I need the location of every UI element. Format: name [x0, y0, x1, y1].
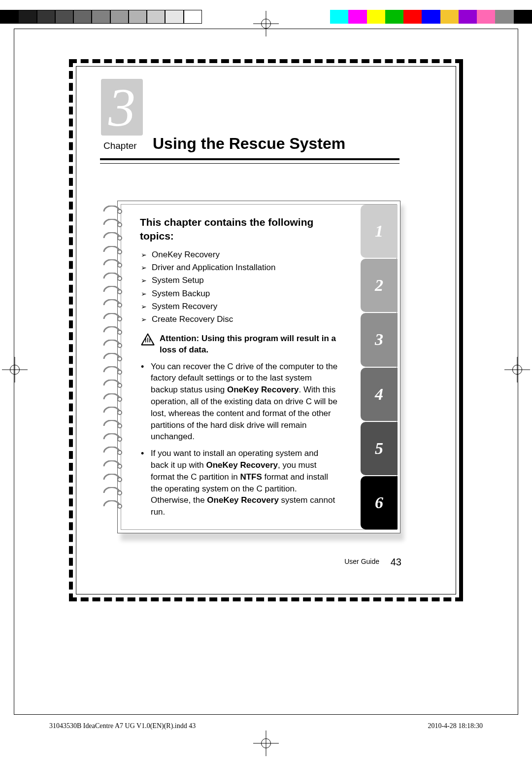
section-heading: This chapter contains the following topi…: [140, 215, 337, 244]
svg-point-13: [118, 383, 122, 387]
svg-point-5: [118, 277, 122, 280]
svg-point-4: [118, 263, 122, 267]
bullet-item: You can recover the C drive of the compu…: [141, 361, 338, 443]
chapter-tab: 1: [361, 205, 398, 258]
spiral-binding-icon: [101, 206, 131, 512]
slug-timestamp: 2010-4-28 18:18:30: [428, 722, 483, 730]
topic-item: System Backup: [141, 287, 388, 300]
slug-filename: 31043530B IdeaCentre A7 UG V1.0(EN)(R).i…: [49, 722, 196, 730]
chapter-number-box: 3: [101, 79, 143, 136]
svg-point-3: [118, 250, 122, 254]
svg-point-20: [118, 478, 122, 482]
svg-point-19: [118, 464, 122, 468]
chapter-tabs: 123456: [361, 205, 398, 529]
warning-icon: [141, 333, 155, 346]
notebook-block: This chapter contains the following topi…: [101, 201, 399, 536]
topic-list: OneKey RecoveryDriver and Application In…: [141, 248, 388, 326]
chapter-tab: 5: [361, 422, 398, 475]
svg-point-12: [118, 370, 122, 374]
svg-point-18: [118, 451, 122, 454]
chapter-tab: 3: [361, 313, 398, 366]
attention-text: Attention: Using this program will resul…: [160, 333, 338, 356]
registration-mark-icon: [256, 733, 276, 753]
heading-rule-thin: [100, 163, 399, 164]
bullet-list: You can recover the C drive of the compu…: [141, 361, 338, 518]
svg-point-0: [118, 209, 122, 213]
chapter-tab: 4: [361, 368, 398, 421]
svg-point-2: [118, 236, 122, 240]
svg-point-15: [118, 411, 122, 415]
chapter-tab: 6: [361, 476, 398, 529]
chapter-number: 3: [108, 80, 135, 135]
svg-point-11: [118, 357, 122, 361]
chapter-tab: 2: [361, 259, 398, 312]
chapter-label: Chapter: [103, 140, 137, 151]
topic-item: Create Recovery Disc: [141, 313, 388, 326]
topic-item: System Recovery: [141, 300, 388, 313]
svg-point-10: [118, 344, 122, 348]
svg-point-21: [118, 491, 122, 495]
svg-point-14: [118, 397, 122, 401]
svg-point-1: [118, 223, 122, 227]
footer-label: User Guide: [344, 557, 379, 565]
svg-point-17: [118, 437, 122, 441]
topic-item: Driver and Application Installation: [141, 261, 388, 274]
svg-point-7: [118, 303, 122, 307]
topic-item: OneKey Recovery: [141, 248, 388, 261]
bullet-item: If you want to install an operating syst…: [141, 448, 338, 518]
svg-point-8: [118, 317, 122, 321]
svg-point-9: [118, 330, 122, 334]
page-border: 3 Chapter Using the Rescue System This c…: [69, 59, 463, 601]
chapter-title: Using the Rescue System: [153, 135, 345, 153]
footer-page-number: 43: [391, 557, 401, 568]
svg-point-22: [118, 504, 122, 508]
svg-point-16: [118, 424, 122, 428]
topic-item: System Setup: [141, 274, 388, 287]
svg-point-6: [118, 290, 122, 294]
attention-note: Attention: Using this program will resul…: [141, 333, 338, 356]
heading-rule-thick: [100, 158, 399, 160]
